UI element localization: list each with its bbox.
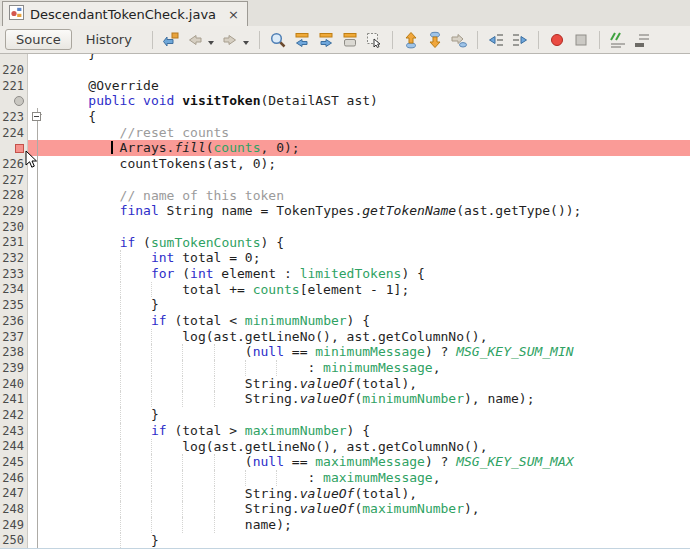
code-text[interactable]: if (sumTokenCounts) {: [45, 235, 690, 251]
gutter-cell[interactable]: 244: [0, 439, 28, 455]
code-line[interactable]: 224 //reset counts: [0, 125, 690, 141]
code-text[interactable]: int total = 0;: [45, 250, 690, 266]
gutter-cell[interactable]: 234: [0, 282, 28, 298]
find-previous-occurrence-icon[interactable]: [292, 30, 312, 50]
gutter-cell[interactable]: 220: [0, 62, 28, 78]
code-line[interactable]: 243 if (total > maximumNumber) {: [0, 423, 690, 439]
code-text[interactable]: log(ast.getLineNo(), ast.getColumnNo(),: [45, 439, 690, 455]
code-text[interactable]: }: [45, 533, 690, 549]
code-editor[interactable]: }220221 @Override public void visitToken…: [0, 54, 690, 549]
gutter-cell[interactable]: 223: [0, 109, 28, 125]
code-line[interactable]: 235 }: [0, 297, 690, 313]
code-text[interactable]: for (int element : limitedTokens) {: [45, 266, 690, 282]
code-text[interactable]: String.valueOf(maximumNumber),: [45, 501, 690, 517]
code-line[interactable]: 227: [0, 172, 690, 188]
gutter-cell[interactable]: 231: [0, 235, 28, 251]
gutter-cell[interactable]: 226: [0, 156, 28, 172]
shift-line-left-icon[interactable]: [486, 30, 506, 50]
tab-close-icon[interactable]: ×: [228, 8, 239, 21]
code-line[interactable]: 242 }: [0, 407, 690, 423]
gutter-cell[interactable]: 224: [0, 125, 28, 141]
gutter-cell[interactable]: 221: [0, 78, 28, 94]
code-text[interactable]: countTokens(ast, 0);: [45, 156, 690, 172]
dropdown-caret-icon[interactable]: [243, 41, 249, 45]
code-line[interactable]: 220: [0, 62, 690, 78]
code-line[interactable]: 247 String.valueOf(total),: [0, 486, 690, 502]
previous-bookmark-icon[interactable]: [401, 30, 421, 50]
gutter-cell[interactable]: 249: [0, 517, 28, 533]
code-line[interactable]: 246 : maximumMessage,: [0, 470, 690, 486]
gutter-cell[interactable]: 243: [0, 423, 28, 439]
gutter-cell[interactable]: 245: [0, 454, 28, 470]
code-line[interactable]: Arrays.fill(counts, 0);: [0, 140, 690, 156]
code-line[interactable]: 221 @Override: [0, 78, 690, 94]
code-line[interactable]: 236 if (total < minimumNumber) {: [0, 313, 690, 329]
back-icon[interactable]: [185, 30, 205, 50]
history-view-button[interactable]: History: [76, 30, 142, 49]
code-text[interactable]: name);: [45, 517, 690, 533]
dropdown-caret-icon[interactable]: [208, 41, 214, 45]
code-text[interactable]: (null == minimumMessage) ? MSG_KEY_SUM_M…: [45, 344, 690, 360]
gutter-cell[interactable]: 230: [0, 219, 28, 235]
code-text[interactable]: if (total > maximumNumber) {: [45, 423, 690, 439]
code-text[interactable]: String.valueOf(minimumNumber), name);: [45, 391, 690, 407]
code-line[interactable]: 249 name);: [0, 517, 690, 533]
code-text[interactable]: [45, 172, 690, 188]
start-macro-recording-icon[interactable]: [547, 30, 567, 50]
gutter-cell[interactable]: [0, 140, 28, 156]
code-text[interactable]: [45, 62, 690, 78]
find-next-occurrence-icon[interactable]: [316, 30, 336, 50]
gutter-cell[interactable]: 248: [0, 501, 28, 517]
code-line[interactable]: 250 }: [0, 533, 690, 549]
gutter-cell[interactable]: 241: [0, 391, 28, 407]
comment-icon[interactable]: [608, 30, 628, 50]
code-text[interactable]: (null == maximumMessage) ? MSG_KEY_SUM_M…: [45, 454, 690, 470]
code-text[interactable]: {: [45, 109, 690, 125]
code-line[interactable]: 241 String.valueOf(minimumNumber), name)…: [0, 391, 690, 407]
last-edit-location-icon[interactable]: [161, 30, 181, 50]
code-text[interactable]: @Override: [45, 78, 690, 94]
rectangular-selection-icon[interactable]: [364, 30, 384, 50]
code-line[interactable]: 245 (null == maximumMessage) ? MSG_KEY_S…: [0, 454, 690, 470]
code-line[interactable]: 226 countTokens(ast, 0);: [0, 156, 690, 172]
code-line[interactable]: 244 log(ast.getLineNo(), ast.getColumnNo…: [0, 439, 690, 455]
code-text[interactable]: final String name = TokenTypes.getTokenN…: [45, 203, 690, 219]
code-line[interactable]: }: [0, 54, 690, 62]
code-text[interactable]: //reset counts: [45, 125, 690, 141]
tab-descendanttokencheck[interactable]: DescendantTokenCheck.java ×: [2, 1, 248, 26]
gutter-cell[interactable]: 233: [0, 266, 28, 282]
gutter-cell[interactable]: [0, 93, 28, 109]
code-text[interactable]: total += counts[element - 1];: [45, 282, 690, 298]
code-text[interactable]: : minimumMessage,: [45, 360, 690, 376]
code-line[interactable]: 234 total += counts[element - 1];: [0, 282, 690, 298]
breakpoint-glyph[interactable]: [15, 144, 24, 153]
forward-icon[interactable]: [220, 30, 240, 50]
next-bookmark-icon[interactable]: [425, 30, 445, 50]
shift-line-right-icon[interactable]: [510, 30, 530, 50]
code-text[interactable]: [45, 219, 690, 235]
code-line[interactable]: 239 : minimumMessage,: [0, 360, 690, 376]
uncomment-icon[interactable]: [632, 30, 652, 50]
gutter-cell[interactable]: 240: [0, 376, 28, 392]
code-line[interactable]: 248 String.valueOf(maximumNumber),: [0, 501, 690, 517]
gutter-cell[interactable]: 247: [0, 486, 28, 502]
fold-collapse-icon[interactable]: [32, 112, 41, 121]
code-text[interactable]: }: [45, 297, 690, 313]
gutter-cell[interactable]: 242: [0, 407, 28, 423]
code-text[interactable]: }: [45, 407, 690, 423]
code-line[interactable]: 223 {: [0, 109, 690, 125]
gutter-cell[interactable]: 227: [0, 172, 28, 188]
code-line[interactable]: 228 // name of this token: [0, 188, 690, 204]
code-line[interactable]: 231 if (sumTokenCounts) {: [0, 235, 690, 251]
code-line[interactable]: public void visitToken(DetailAST ast): [0, 93, 690, 109]
gutter-cell[interactable]: 236: [0, 313, 28, 329]
code-text[interactable]: if (total < minimumNumber) {: [45, 313, 690, 329]
code-line[interactable]: 230: [0, 219, 690, 235]
code-text[interactable]: : maximumMessage,: [45, 470, 690, 486]
gutter-cell[interactable]: 228: [0, 188, 28, 204]
code-line[interactable]: 229 final String name = TokenTypes.getTo…: [0, 203, 690, 219]
gutter-cell[interactable]: 250: [0, 533, 28, 549]
stop-macro-recording-icon[interactable]: [571, 30, 591, 50]
toggle-bookmark-icon[interactable]: [449, 30, 469, 50]
gutter-cell[interactable]: 246: [0, 470, 28, 486]
